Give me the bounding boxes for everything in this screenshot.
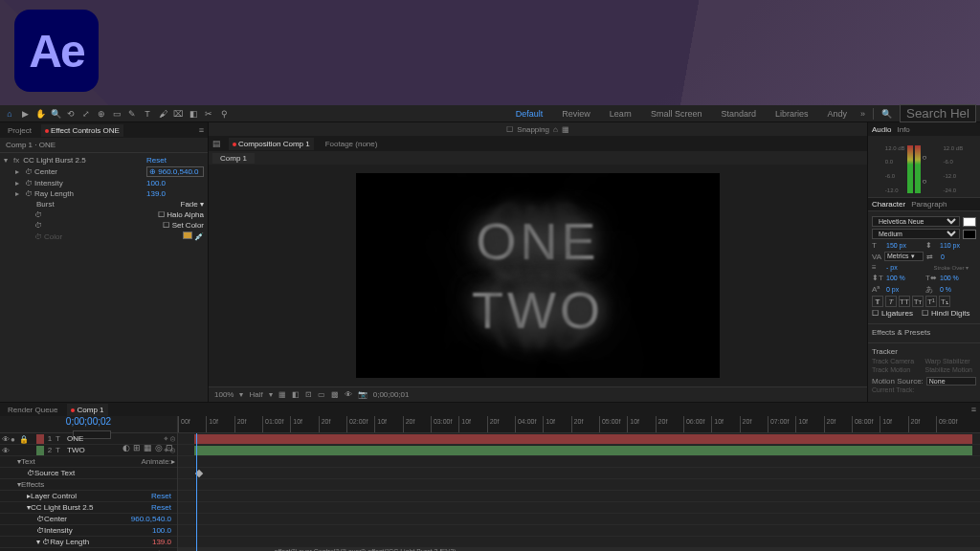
workspace-overflow-icon[interactable]: » — [860, 109, 865, 119]
prop-halo-checkbox[interactable]: ☐ Halo Alpha — [158, 210, 204, 219]
render-queue-tab[interactable]: Render Queue — [4, 404, 61, 416]
baseline-value[interactable]: 0 px — [884, 286, 923, 293]
prop-burst-value[interactable]: Fade ▾ — [181, 200, 204, 209]
snap-opt-icon[interactable]: ⌂ — [553, 125, 558, 134]
workspace-andy[interactable]: Andy — [821, 107, 853, 121]
stopwatch-icon[interactable]: ⏱ — [36, 515, 44, 523]
selection-tool-icon[interactable]: ▶ — [19, 108, 31, 120]
footage-tab[interactable]: Footage (none) — [322, 138, 382, 150]
puppet-tool-icon[interactable]: ⚲ — [218, 108, 230, 120]
pen-tool-icon[interactable]: ✎ — [126, 108, 138, 120]
warp-stabilizer-button[interactable]: Warp Stabilizer — [925, 358, 977, 364]
rotate-tool-icon[interactable]: ⤢ — [80, 108, 92, 120]
caps-button[interactable]: TT — [899, 296, 910, 307]
layer-color-tag[interactable] — [36, 446, 44, 455]
workspace-learn[interactable]: Learn — [604, 107, 637, 121]
composition-viewer[interactable]: ONE TWO — [209, 165, 867, 386]
layer-row[interactable]: 👁 2 T TWO ⌖ ⊚ — [0, 445, 177, 456]
solo-icon[interactable]: ● — [11, 435, 18, 443]
effects-presets-title[interactable]: Effects & Presets — [872, 328, 976, 337]
panel-menu-icon[interactable]: ≡ — [971, 405, 976, 414]
camera-icon[interactable]: 📷 — [358, 390, 368, 399]
layer-name[interactable]: TWO — [65, 446, 164, 454]
eyedropper-icon[interactable]: 💉 — [194, 232, 204, 241]
slider-icon[interactable]: ○ — [923, 153, 942, 162]
prop-intensity[interactable]: ⏱ Intensity100.0 — [0, 525, 177, 537]
orbit-tool-icon[interactable]: ⟲ — [65, 108, 77, 120]
layer-name[interactable]: ONE — [65, 434, 164, 443]
font-weight-select[interactable]: Medium — [872, 229, 960, 239]
smallcaps-button[interactable]: Tт — [912, 296, 924, 307]
layer-bar-one[interactable] — [194, 434, 972, 444]
snap-opt2-icon[interactable]: ▦ — [562, 125, 569, 134]
resolution-dropdown[interactable]: Half — [249, 390, 262, 399]
effect-reset[interactable]: Reset — [146, 156, 204, 165]
home-icon[interactable]: ⌂ — [4, 108, 15, 120]
font-size-value[interactable]: 150 px — [884, 242, 923, 249]
prop-raylength-value[interactable]: 139.0 — [146, 189, 204, 198]
hand-tool-icon[interactable]: ✋ — [34, 108, 46, 120]
stopwatch-icon[interactable]: ⏱ — [34, 210, 42, 219]
mask-icon[interactable]: ◧ — [292, 390, 300, 399]
track-motion-button[interactable]: Track Motion — [872, 366, 924, 373]
workspace-standard[interactable]: Standard — [715, 107, 762, 121]
leading-value[interactable]: 110 px — [938, 242, 976, 249]
layer-color-tag[interactable] — [36, 434, 44, 444]
stabilize-motion-button[interactable]: Stabilize Motion — [925, 366, 977, 373]
hscale-value[interactable]: 100 % — [938, 275, 976, 281]
ligatures-checkbox[interactable]: ☐ — [872, 309, 879, 318]
prop-effects[interactable]: ▾ Effects — [0, 479, 177, 491]
transparency-icon[interactable]: ▩ — [331, 390, 339, 399]
region-icon[interactable]: ▭ — [318, 390, 325, 399]
eraser-tool-icon[interactable]: ◧ — [188, 108, 199, 120]
effect-name[interactable]: CC Light Burst 2.5 — [21, 156, 146, 165]
tsume-value[interactable]: 0 % — [938, 286, 976, 293]
tracker-title[interactable]: Tracker — [872, 347, 976, 356]
track-area[interactable]: effect("Layer Control")("Layer").effect(… — [178, 433, 980, 551]
crosshair-icon[interactable]: ⊕ — [149, 167, 156, 176]
twirl-icon[interactable]: ▸ — [15, 179, 25, 187]
prop-text[interactable]: ▾ TextAnimate:▸ — [0, 456, 177, 468]
search-help-input[interactable] — [900, 104, 976, 122]
snapping-checkbox[interactable]: ☐ — [506, 125, 513, 134]
prop-cc-burst[interactable]: ▾ CC Light Burst 2.5Reset — [0, 502, 177, 514]
workspace-review[interactable]: Review — [556, 107, 596, 121]
toggle-icon[interactable]: ⊡ — [305, 390, 312, 399]
stamp-tool-icon[interactable]: ⌧ — [172, 108, 184, 120]
stopwatch-icon[interactable]: ⏱ — [25, 167, 33, 176]
kerning-value[interactable]: Metrics ▾ — [884, 252, 924, 261]
twirl-icon[interactable]: ▸ — [15, 189, 25, 198]
lock-icon[interactable]: 🔒 — [19, 435, 27, 443]
audio-tab[interactable]: Audio — [872, 125, 891, 134]
stopwatch-icon[interactable]: ⏱ — [36, 526, 44, 535]
prop-layer-control[interactable]: ▸ Layer ControlReset — [0, 491, 177, 502]
prop-center-value[interactable]: ⊕ 960.0,540.0 — [146, 166, 204, 177]
brush-tool-icon[interactable]: 🖌 — [157, 108, 168, 120]
workspace-small[interactable]: Small Screen — [645, 107, 708, 121]
layer-row[interactable]: 👁●🔒 1 T ONE ⌖ ⊚ — [0, 433, 177, 445]
comp-nav-icon[interactable]: ▤ — [212, 139, 221, 148]
stopwatch-icon[interactable]: ⏱ — [27, 469, 34, 477]
zoom-tool-icon[interactable]: 🔍 — [50, 108, 61, 120]
parent-pickwhip-icon[interactable]: ⌖ ⊚ — [164, 434, 175, 444]
twirl-icon[interactable]: ▸ — [15, 167, 25, 176]
parent-pickwhip-icon[interactable]: ⌖ ⊚ — [164, 446, 175, 455]
fill-color-swatch[interactable] — [963, 217, 976, 227]
panel-menu-icon[interactable]: ≡ — [199, 125, 204, 135]
prop-source-text[interactable]: ⏱ Source Text — [0, 468, 177, 479]
project-tab[interactable]: Project — [4, 124, 35, 137]
visibility-icon[interactable]: 👁 — [2, 435, 10, 443]
zoom-dropdown[interactable]: 100% — [214, 390, 234, 399]
paragraph-tab[interactable]: Paragraph — [911, 200, 947, 209]
info-tab[interactable]: Info — [897, 125, 909, 134]
type-tool-icon[interactable]: T — [142, 108, 153, 120]
character-tab[interactable]: Character — [872, 200, 905, 209]
anchor-tool-icon[interactable]: ⊕ — [96, 108, 107, 120]
fx-badge[interactable]: fx — [13, 156, 19, 165]
prop-setcolor-checkbox[interactable]: ☐ Set Color — [163, 221, 204, 230]
comp-timeline-tab[interactable]: Comp 1 — [67, 404, 107, 416]
twirl-icon[interactable]: ▾ — [4, 156, 13, 165]
workspace-default[interactable]: Default — [510, 107, 549, 121]
composition-tab[interactable]: Composition Comp 1 — [229, 138, 314, 150]
viewer-timecode[interactable]: 0;00;00;01 — [373, 390, 410, 399]
